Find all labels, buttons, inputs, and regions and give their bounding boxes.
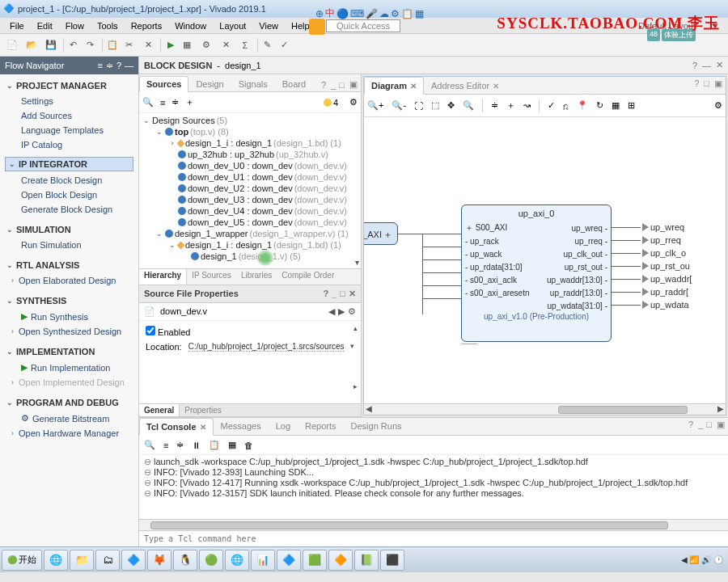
port-right[interactable]: up_raddr[13:0] - bbox=[536, 286, 611, 299]
add-ip-icon[interactable]: ＋ bbox=[506, 99, 515, 112]
taskbar-app[interactable]: 📗 bbox=[354, 550, 379, 571]
fn-item[interactable]: ⚙Generate Bitstream bbox=[2, 411, 137, 426]
external-port[interactable]: up_raddr[ bbox=[642, 287, 688, 297]
tree-row[interactable]: down_dev_U1 : down_dev (down_dev.v) bbox=[139, 171, 361, 183]
menu-window[interactable]: Window bbox=[168, 21, 213, 31]
refresh-icon[interactable]: ↻ bbox=[596, 100, 603, 111]
redo-button[interactable]: ↷ bbox=[83, 38, 97, 53]
tab-board[interactable]: Board bbox=[275, 76, 313, 92]
menu-edit[interactable]: Edit bbox=[31, 21, 59, 31]
gear-icon[interactable]: ⚙ bbox=[714, 100, 722, 111]
subtab-hierarchy[interactable]: Hierarchy bbox=[139, 269, 187, 285]
regenerate-icon[interactable]: ⎌ bbox=[563, 101, 569, 111]
fn-section-header[interactable]: ⌄IMPLEMENTATION bbox=[2, 344, 137, 360]
close-icon[interactable]: ▣ bbox=[346, 78, 361, 91]
tab-design[interactable]: Design bbox=[188, 76, 231, 92]
scroll-arrow-icon[interactable]: ▾ bbox=[355, 258, 359, 267]
menu-layout[interactable]: Layout bbox=[213, 21, 252, 31]
maximize-icon[interactable]: □ bbox=[337, 78, 346, 91]
settings-button[interactable]: ⚙ bbox=[199, 38, 214, 53]
prev-button[interactable]: ◀ bbox=[328, 306, 335, 317]
help-icon[interactable]: ? bbox=[691, 77, 702, 94]
fn-item[interactable]: Generate Block Design bbox=[2, 202, 137, 217]
minimize-icon[interactable]: _ bbox=[696, 418, 705, 435]
search-icon[interactable]: 🔍 bbox=[142, 97, 154, 108]
port-left[interactable]: - s00_axi_aclk bbox=[462, 273, 536, 286]
tab-diagram[interactable]: Diagram✕ bbox=[364, 77, 424, 95]
close-icon[interactable]: ✕ bbox=[200, 423, 206, 432]
select-icon[interactable]: ⬚ bbox=[431, 100, 439, 111]
tree-row[interactable]: down_dev_U4 : down_dev (down_dev.v) bbox=[139, 205, 361, 217]
subtab-ip-sources[interactable]: IP Sources bbox=[187, 269, 236, 285]
close-icon[interactable]: ▣ bbox=[711, 77, 726, 94]
cancel-button[interactable]: ✕ bbox=[218, 38, 233, 53]
tree-row[interactable]: ⌄Design Sources (5) bbox=[139, 115, 361, 126]
subtab-general[interactable]: General bbox=[139, 404, 180, 416]
tree-row[interactable]: down_dev_U5 : down_dev (down_dev.v) bbox=[139, 217, 361, 228]
highlight-button[interactable]: ✎ bbox=[257, 38, 272, 53]
scroll-right-icon[interactable]: ▸ bbox=[353, 382, 358, 390]
collapse-icon[interactable]: ≑ bbox=[176, 440, 184, 450]
delete-button[interactable]: ✕ bbox=[141, 38, 155, 53]
fn-section-header[interactable]: ⌄RTL ANALYSIS bbox=[2, 257, 137, 273]
gear-icon[interactable]: ⚙ bbox=[348, 306, 356, 317]
fn-section-header[interactable]: ⌄PROJECT MANAGER bbox=[2, 78, 137, 94]
port-left[interactable]: - s00_axi_aresetn bbox=[462, 286, 536, 299]
group-icon[interactable]: ⊞ bbox=[628, 100, 635, 111]
pin-icon[interactable]: 📍 bbox=[577, 100, 588, 111]
taskbar-app[interactable]: 🟩 bbox=[303, 550, 327, 571]
external-port[interactable]: up_wdata bbox=[642, 300, 689, 310]
menu-tools[interactable]: Tools bbox=[91, 21, 125, 31]
undo-button[interactable]: ↶ bbox=[63, 38, 78, 53]
fn-item[interactable]: Settings bbox=[2, 94, 137, 108]
taskbar-app[interactable]: 📊 bbox=[251, 550, 275, 571]
copy-button[interactable]: 📋 bbox=[102, 38, 116, 53]
validate-button[interactable]: ✓ bbox=[277, 38, 291, 53]
close-icon[interactable]: ✕ bbox=[410, 82, 417, 91]
subtab-compile-order[interactable]: Compile Order bbox=[277, 269, 339, 285]
subtab-libraries[interactable]: Libraries bbox=[236, 269, 277, 285]
hide-icon[interactable]: — bbox=[125, 61, 133, 71]
connect-icon[interactable]: ↝ bbox=[523, 100, 531, 111]
menu-flow[interactable]: Flow bbox=[59, 21, 91, 31]
sources-tree[interactable]: ⌄Design Sources (5)⌄top (top.v) (8)›desi… bbox=[139, 113, 361, 268]
zoom-in-icon[interactable]: 🔍+ bbox=[367, 100, 383, 111]
enabled-checkbox[interactable]: Enabled bbox=[146, 327, 190, 337]
tree-row[interactable]: ›design_1_i : design_1 (design_1.bd) (1) bbox=[139, 137, 361, 149]
diagram-canvas[interactable]: 00_AXI ＋ up_axi_0 ＋ S00_AXI- up_rack- up… bbox=[364, 117, 726, 403]
taskbar-app[interactable]: ⬛ bbox=[380, 550, 404, 571]
port-right[interactable]: up_clk_out - bbox=[536, 247, 611, 260]
fn-item[interactable]: ▶Run Implementation bbox=[2, 360, 137, 375]
menu-view[interactable]: View bbox=[252, 21, 285, 31]
gear-icon[interactable]: ⚙ bbox=[349, 97, 358, 108]
close-icon[interactable]: ✕ bbox=[493, 82, 499, 91]
add-icon[interactable]: ＋ bbox=[185, 96, 194, 108]
cut-button[interactable]: ✂ bbox=[121, 38, 136, 53]
layout-icon[interactable]: ▦ bbox=[612, 100, 620, 111]
tcl-scrollbar-h[interactable] bbox=[139, 519, 728, 530]
tree-row[interactable]: up_32hub : up_32hub (up_32hub.v) bbox=[139, 149, 361, 160]
quick-access-input[interactable]: Quick Access bbox=[326, 19, 400, 32]
search-icon[interactable]: 🔍 bbox=[463, 100, 474, 111]
warning-count[interactable]: 4 bbox=[333, 98, 338, 108]
taskbar-app[interactable]: 🌐 bbox=[225, 550, 249, 571]
collapse-icon[interactable]: ≑ bbox=[171, 97, 179, 108]
external-port[interactable]: up_rreq bbox=[642, 235, 681, 245]
tab-tcl-console[interactable]: Tcl Console✕ bbox=[139, 418, 214, 436]
settings-icon[interactable]: ≑ bbox=[106, 61, 113, 71]
maximize-icon[interactable]: □ bbox=[705, 418, 713, 435]
new-button[interactable]: 📄 bbox=[5, 38, 19, 53]
help-icon[interactable]: ? bbox=[318, 78, 329, 91]
tab-design-runs[interactable]: Design Runs bbox=[344, 418, 409, 436]
taskbar-app[interactable]: 🔷 bbox=[121, 550, 146, 571]
clear-icon[interactable]: ▦ bbox=[228, 440, 236, 450]
external-port[interactable]: up_waddr[ bbox=[642, 274, 692, 284]
taskbar-app[interactable]: 🐧 bbox=[173, 550, 197, 571]
delete-icon[interactable]: 🗑 bbox=[244, 441, 253, 450]
taskbar-app[interactable]: 🔶 bbox=[328, 550, 353, 571]
scroll-up-icon[interactable]: ▴ bbox=[353, 324, 358, 332]
port-right[interactable]: up_waddr[13:0] - bbox=[536, 273, 611, 286]
close-icon[interactable]: ✕ bbox=[349, 289, 356, 299]
fn-item[interactable]: ›Open Implemented Design bbox=[2, 375, 137, 390]
tree-row[interactable]: down_dev_U0 : down_dev (down_dev.v) bbox=[139, 160, 361, 171]
